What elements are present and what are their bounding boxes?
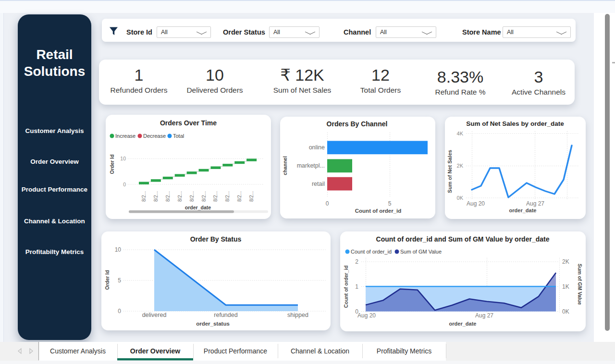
svg-text:Aug 20: Aug 20: [357, 312, 376, 319]
svg-text:8/2...: 8/2...: [249, 191, 254, 202]
svg-text:Order By Status: Order By Status: [190, 235, 242, 243]
svg-text:Increase: Increase: [115, 133, 135, 139]
svg-text:1K: 1K: [562, 283, 569, 290]
svg-text:0: 0: [123, 182, 126, 187]
svg-text:Count of order_id: Count of order_id: [351, 249, 392, 255]
svg-text:8/2...: 8/2...: [213, 191, 218, 202]
svg-text:Store Name: Store Name: [462, 28, 501, 36]
svg-text:order_date: order_date: [509, 207, 537, 213]
svg-text:10: 10: [120, 156, 126, 161]
svg-text:8/2...: 8/2...: [141, 191, 147, 202]
svg-text:online: online: [309, 144, 325, 151]
svg-text:Decrease: Decrease: [143, 133, 166, 139]
svg-text:retail: retail: [312, 181, 325, 187]
svg-text:Order Status: Order Status: [223, 28, 265, 36]
svg-text:refunded: refunded: [214, 312, 237, 318]
svg-text:channel: channel: [282, 156, 288, 175]
svg-text:Aug 27: Aug 27: [475, 312, 493, 319]
svg-text:0: 0: [326, 200, 329, 207]
svg-text:2: 2: [355, 258, 358, 265]
svg-text:Sum of GM Value: Sum of GM Value: [400, 249, 442, 255]
svg-text:Aug 20: Aug 20: [467, 200, 485, 207]
svg-text:Sum of Net Sales: Sum of Net Sales: [447, 150, 453, 193]
svg-text:8/2...: 8/2...: [165, 191, 171, 202]
svg-text:2K: 2K: [457, 163, 464, 169]
svg-text:5: 5: [388, 200, 392, 207]
svg-text:delivered: delivered: [142, 312, 167, 318]
svg-text:1: 1: [355, 283, 358, 290]
svg-text:Order Id: Order Id: [104, 270, 110, 290]
svg-text:8/2...: 8/2...: [225, 191, 230, 202]
svg-text:Order Id: Order Id: [109, 155, 115, 174]
svg-text:Sum of GM Value: Sum of GM Value: [577, 264, 583, 305]
svg-text:8/2...: 8/2...: [189, 191, 195, 202]
svg-text:8/2...: 8/2...: [201, 191, 207, 202]
svg-text:order_status: order_status: [196, 321, 230, 327]
svg-text:order_date: order_date: [449, 321, 477, 327]
svg-text:Count of order_id: Count of order_id: [343, 266, 349, 308]
svg-text:marketpl...: marketpl...: [297, 162, 325, 169]
svg-text:Total: Total: [173, 133, 184, 139]
svg-text:Channel: Channel: [344, 28, 371, 36]
svg-text:Count of order_id: Count of order_id: [355, 208, 401, 214]
svg-text:0K: 0K: [457, 195, 464, 201]
svg-text:Orders Over Time: Orders Over Time: [160, 119, 217, 127]
svg-text:Customer Analysis: Customer Analysis: [50, 347, 106, 355]
svg-text:Count of order_id and Sum of G: Count of order_id and Sum of GM Value by…: [376, 235, 550, 243]
svg-text:shipped: shipped: [287, 312, 308, 318]
svg-text:Order Overview: Order Overview: [130, 347, 180, 355]
svg-text:0: 0: [118, 308, 121, 315]
svg-text:Aug 27: Aug 27: [526, 200, 544, 207]
svg-text:Orders By Channel: Orders By Channel: [327, 120, 388, 128]
svg-text:Profitabilty Metrics: Profitabilty Metrics: [377, 347, 431, 355]
svg-text:4K: 4K: [457, 131, 464, 136]
svg-text:8/2...: 8/2...: [177, 191, 183, 202]
svg-text:5: 5: [118, 277, 121, 284]
svg-text:Channel & Location: Channel & Location: [291, 347, 349, 355]
svg-text:8/2...: 8/2...: [153, 191, 159, 202]
svg-text:2K: 2K: [562, 258, 569, 265]
svg-text:order_date: order_date: [185, 205, 211, 210]
svg-text:10: 10: [115, 246, 122, 253]
svg-text:Sum of Net Sales by order_date: Sum of Net Sales by order_date: [466, 120, 564, 127]
svg-text:0K: 0K: [562, 308, 569, 315]
svg-text:Product Performance: Product Performance: [204, 347, 267, 355]
svg-text:8/2...: 8/2...: [237, 191, 242, 202]
svg-text:Store Id: Store Id: [126, 28, 152, 36]
